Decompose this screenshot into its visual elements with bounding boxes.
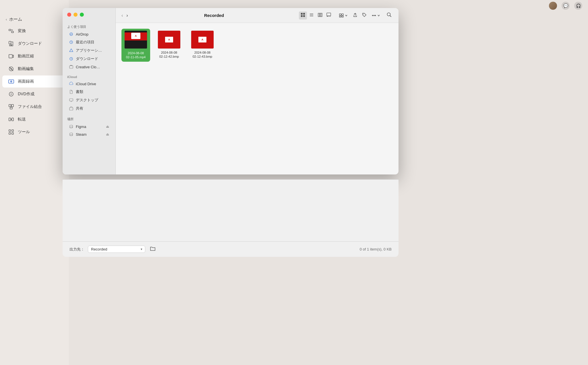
sidebar-item-video-edit[interactable]: 動画編集 — [2, 63, 67, 75]
file-merge-label: ファイル結合 — [18, 104, 42, 109]
svg-point-10 — [11, 94, 12, 95]
close-button[interactable] — [67, 13, 71, 17]
svg-rect-3 — [9, 55, 12, 58]
more-button[interactable]: ••• — [370, 12, 382, 19]
share-button[interactable] — [352, 11, 359, 20]
icloud-drive-icon — [69, 81, 74, 86]
desktop-label: デスクトップ — [76, 98, 98, 103]
svg-rect-0 — [9, 29, 11, 31]
sidebar-item-file-merge[interactable]: ファイル結合 — [2, 101, 67, 113]
chat-icon[interactable]: 💬 — [562, 2, 570, 10]
folder-title: Recorded — [135, 13, 293, 18]
sidebar-item-screen-record[interactable]: 画面録画 — [2, 75, 67, 88]
video-compress-label: 動画圧縮 — [18, 54, 34, 59]
finder-toolbar: ‹ › Recorded — [116, 8, 399, 23]
sidebar-item-transfer[interactable]: 転送 — [2, 113, 67, 125]
svg-rect-26 — [69, 99, 73, 101]
favorites-label: よく使う項目 — [63, 22, 115, 30]
group-button[interactable] — [337, 12, 349, 19]
recent-label: 最近の項目 — [76, 40, 94, 45]
svg-rect-12 — [11, 104, 13, 107]
sidebar-item-steam[interactable]: Steam ⏏ — [64, 131, 114, 138]
svg-rect-15 — [12, 118, 13, 121]
column-view-button[interactable] — [316, 11, 324, 20]
svg-point-21 — [71, 34, 71, 34]
gallery-view-button[interactable] — [325, 11, 333, 20]
svg-point-28 — [70, 127, 73, 128]
minimize-button[interactable] — [74, 13, 78, 17]
convert-icon — [8, 28, 14, 34]
back-button[interactable]: ‹ — [120, 12, 124, 19]
file-name-bmp1: 2024-08-0802-12-42.bmp — [159, 51, 179, 59]
search-button[interactable] — [384, 11, 394, 20]
item-count: 0 of 1 item(s), 0 KB — [360, 247, 392, 251]
icon-view-button[interactable] — [299, 11, 307, 20]
steam-eject-icon[interactable]: ⏏ — [106, 132, 109, 136]
svg-rect-47 — [342, 16, 343, 17]
icloud-label: iCloud — [63, 73, 115, 80]
svg-line-50 — [390, 15, 391, 17]
home-button[interactable]: ‹ ホーム — [0, 14, 69, 24]
finder-window: よく使う項目 AirDrop 最近の項目 アプリケーシ… ダウンロード — [63, 8, 399, 174]
svg-point-29 — [70, 135, 73, 136]
download-icon — [8, 40, 14, 47]
sidebar-item-airdrop[interactable]: AirDrop — [64, 30, 114, 38]
transfer-icon — [8, 116, 14, 123]
output-select[interactable]: Recorded — [88, 246, 145, 253]
recent-icon — [69, 40, 74, 44]
sidebar-item-tools[interactable]: ツール — [2, 126, 67, 138]
sidebar-item-creative-cloud[interactable]: Creative Clo… — [64, 63, 114, 71]
sidebar-item-figma[interactable]: Figma ⏏ — [64, 123, 114, 130]
sidebar-item-download[interactable]: ダウンロード — [2, 38, 67, 50]
figma-eject-icon[interactable]: ⏏ — [106, 125, 109, 129]
svg-rect-25 — [69, 66, 73, 68]
svg-rect-45 — [342, 14, 343, 15]
toolbar-actions: ••• — [337, 11, 394, 20]
shared-icon — [69, 106, 74, 111]
sidebar-item-convert[interactable]: 変換 — [2, 25, 67, 37]
svg-rect-40 — [327, 13, 331, 16]
svg-rect-1 — [11, 31, 13, 33]
home-label: ホーム — [9, 17, 22, 22]
file-item-bmp1[interactable]: A 2024-08-0802-12-42.bmp — [155, 29, 183, 62]
open-folder-button[interactable] — [150, 246, 156, 253]
svg-point-9 — [9, 92, 13, 96]
list-view-button[interactable] — [307, 11, 316, 20]
forward-button[interactable]: › — [125, 12, 129, 19]
downloads-label: ダウンロード — [76, 56, 98, 61]
svg-point-8 — [11, 81, 11, 82]
sidebar-item-documents[interactable]: 書類 — [64, 88, 114, 96]
avatar[interactable] — [549, 2, 557, 10]
file-thumb-mp4: A — [124, 30, 147, 49]
applications-label: アプリケーシ… — [76, 48, 102, 53]
sidebar-item-shared[interactable]: 共有 — [64, 104, 114, 112]
tag-button[interactable] — [361, 11, 368, 20]
nav-arrows: ‹ › — [120, 12, 129, 19]
file-item-bmp2[interactable]: A 2024-08-0802-12-43.bmp — [188, 29, 217, 62]
svg-rect-44 — [339, 14, 341, 15]
svg-rect-46 — [339, 16, 341, 17]
svg-point-48 — [363, 14, 364, 14]
svg-rect-11 — [9, 104, 11, 107]
sidebar-item-recent[interactable]: 最近の項目 — [64, 38, 114, 46]
finder-sidebar: よく使う項目 AirDrop 最近の項目 アプリケーシ… ダウンロード — [63, 8, 116, 174]
applications-icon — [69, 48, 74, 53]
sidebar-item-dvd[interactable]: DVD作成 — [2, 88, 67, 100]
svg-rect-33 — [303, 15, 305, 17]
sidebar-item-desktop[interactable]: デスクトップ — [64, 96, 114, 104]
steam-label: Steam — [76, 132, 87, 137]
tools-icon — [8, 129, 14, 135]
video-edit-label: 動画編集 — [18, 66, 34, 71]
figma-label: Figma — [76, 125, 86, 129]
sidebar-item-downloads[interactable]: ダウンロード — [64, 55, 114, 63]
finder-content: A 2024-08-0802-11-05.mp4 A 2024-08-0802-… — [116, 23, 399, 174]
sidebar-item-applications[interactable]: アプリケーシ… — [64, 46, 114, 55]
maximize-button[interactable] — [80, 13, 84, 17]
file-item-mp4[interactable]: A 2024-08-0802-11-05.mp4 — [121, 29, 150, 62]
headset-icon[interactable]: 🎧 — [574, 2, 582, 10]
traffic-lights — [67, 13, 84, 17]
desktop-icon — [69, 98, 74, 102]
sidebar-item-icloud-drive[interactable]: iCloud Drive — [64, 80, 114, 88]
svg-rect-2 — [9, 41, 11, 44]
sidebar-item-video-compress[interactable]: 動画圧縮 — [2, 50, 67, 62]
